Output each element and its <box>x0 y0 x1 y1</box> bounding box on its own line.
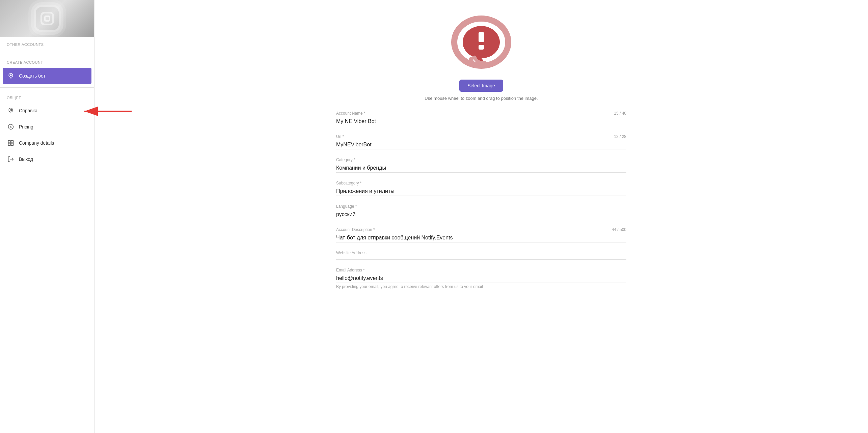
create-account-label: CREATE ACCOUNT <box>0 55 94 67</box>
general-label: ОБЩЕЕ <box>0 90 94 103</box>
form-section: 15 / 40 Account Name * My NE Viber Bot 1… <box>336 111 626 289</box>
pricing-icon: € <box>7 123 15 131</box>
subcategory-label: Subcategory * <box>336 181 626 185</box>
main-content: Select Image Use mouse wheel to zoom and… <box>94 0 868 433</box>
subcategory-value[interactable]: Приложения и утилиты <box>336 187 626 196</box>
website-value[interactable] <box>336 257 626 260</box>
sidebar-item-help[interactable]: Справка <box>0 103 94 119</box>
sidebar: OTHER ACCOUNTS CREATE ACCOUNT Создать бо… <box>0 0 94 433</box>
description-char-count: 44 / 500 <box>612 227 626 232</box>
svg-rect-6 <box>8 141 11 143</box>
svg-rect-15 <box>479 32 484 42</box>
other-accounts-label: OTHER ACCOUNTS <box>0 37 94 49</box>
svg-point-1 <box>10 75 12 76</box>
logout-label: Выход <box>19 156 33 162</box>
bot-icon-container <box>444 13 518 74</box>
email-hint: By providing your email, you agree to re… <box>336 284 626 289</box>
help-label: Справка <box>19 108 37 113</box>
email-value[interactable]: hello@notify.events <box>336 274 626 283</box>
create-bot-button[interactable]: Создать бот <box>3 68 91 84</box>
company-icon <box>7 139 15 147</box>
image-section: Select Image Use mouse wheel to zoom and… <box>121 13 841 101</box>
account-name-label: Account Name * <box>336 111 626 116</box>
account-description-value[interactable]: Чат-бот для отправки сообщений Notify.Ev… <box>336 233 626 242</box>
category-value[interactable]: Компании и бренды <box>336 164 626 173</box>
website-label: Website Address <box>336 251 626 255</box>
create-bot-label: Создать бот <box>19 73 46 79</box>
svg-rect-7 <box>11 141 13 143</box>
select-image-button[interactable]: Select Image <box>459 80 503 92</box>
logo-area <box>0 0 94 37</box>
logo-core <box>44 16 50 22</box>
uri-field: 12 / 28 Uri * MyNEViberBot <box>336 134 626 149</box>
logo-circles <box>34 5 61 32</box>
email-field: Email Address * hello@notify.events By p… <box>336 268 626 289</box>
language-label: Language * <box>336 204 626 209</box>
sidebar-item-logout[interactable]: Выход <box>0 151 94 167</box>
divider-2 <box>0 87 94 88</box>
divider-1 <box>0 52 94 52</box>
category-label: Category * <box>336 157 626 162</box>
account-name-field: 15 / 40 Account Name * My NE Viber Bot <box>336 111 626 126</box>
logout-icon <box>7 155 15 163</box>
language-field: Language * русский <box>336 204 626 219</box>
svg-rect-16 <box>479 45 484 50</box>
svg-point-3 <box>10 109 12 111</box>
account-description-field: 44 / 500 Account Description * Чат-бот д… <box>336 227 626 242</box>
language-value[interactable]: русский <box>336 210 626 219</box>
svg-text:€: € <box>10 125 11 128</box>
image-hint: Use mouse wheel to zoom and drag to posi… <box>425 96 538 101</box>
svg-point-2 <box>9 108 13 112</box>
uri-char-count: 12 / 28 <box>614 134 626 139</box>
company-details-label: Company details <box>19 140 54 146</box>
uri-label: Uri * <box>336 134 626 139</box>
svg-rect-9 <box>11 143 13 146</box>
website-field: Website Address <box>336 251 626 260</box>
account-name-value[interactable]: My NE Viber Bot <box>336 117 626 126</box>
subcategory-field: Subcategory * Приложения и утилиты <box>336 181 626 196</box>
svg-rect-8 <box>8 143 11 146</box>
category-field: Category * Компании и бренды <box>336 157 626 173</box>
pricing-label: Pricing <box>19 124 33 129</box>
sidebar-item-company-details[interactable]: Company details <box>0 135 94 151</box>
account-name-char-count: 15 / 40 <box>614 111 626 116</box>
account-description-label: Account Description * <box>336 227 626 232</box>
uri-value[interactable]: MyNEViberBot <box>336 140 626 149</box>
logo-inner <box>40 12 54 25</box>
viber-icon <box>7 72 15 80</box>
alert-icon <box>447 13 515 74</box>
sidebar-item-pricing[interactable]: € Pricing <box>0 119 94 135</box>
email-label: Email Address * <box>336 268 626 272</box>
help-icon <box>7 107 15 115</box>
